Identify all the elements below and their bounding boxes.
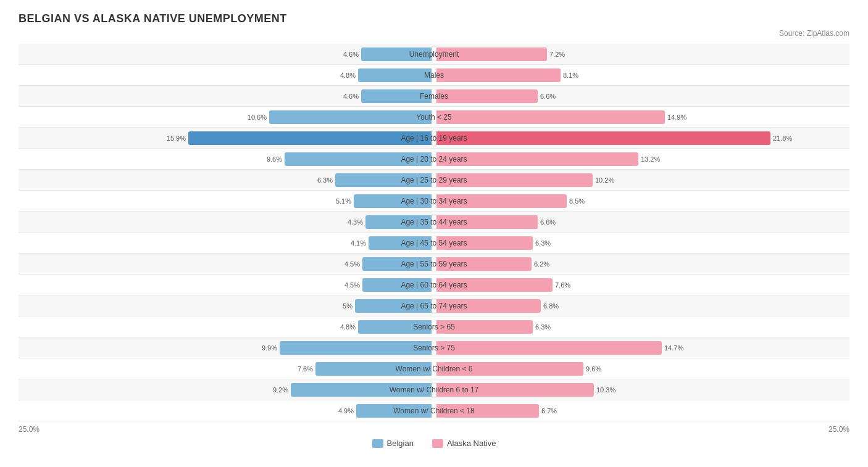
bars-wrapper: 7.6% Women w/ Children < 6 9.6% [19,362,849,376]
bars-wrapper: 4.5% Age | 55 to 59 years 6.2% [19,257,849,271]
bar-pink [436,362,583,376]
left-value: 4.8% [336,72,356,79]
left-value: 4.5% [340,281,360,289]
legend-alaska: Alaska Native [432,439,496,448]
bar-pink [436,89,538,103]
left-value: 6.3% [313,176,333,184]
left-side: 4.1% [19,236,434,250]
left-value: 9.6% [262,155,282,163]
left-value: 4.3% [343,218,363,226]
left-side: 9.9% [19,341,434,355]
left-value: 4.6% [339,51,359,58]
chart-row: 4.3% Age | 35 to 44 years 6.6% [19,212,849,233]
axis-left: 25.0% [19,425,434,434]
bars-wrapper: 4.6% Females 6.6% [19,89,849,103]
chart-row: 4.5% Age | 60 to 64 years 7.6% [19,275,849,295]
right-value: 10.3% [596,386,616,394]
chart-row: 4.6% Unemployment 7.2% [19,44,849,65]
bars-wrapper: 4.9% Women w/ Children < 18 6.7% [19,404,849,418]
chart-row: 5% Age | 65 to 74 years 6.8% [19,295,849,316]
left-value: 9.2% [269,386,288,394]
left-side: 5.1% [19,194,434,208]
left-side: 9.6% [19,152,434,166]
right-side: 21.8% [434,131,849,145]
chart-title: BELGIAN VS ALASKA NATIVE UNEMPLOYMENT [19,12,849,25]
bars-wrapper: 4.5% Age | 60 to 64 years 7.6% [19,278,849,292]
right-value: 6.3% [535,323,555,331]
right-value: 14.9% [667,114,687,121]
bar-blue [362,257,432,271]
chart-row: 4.9% Women w/ Children < 18 6.7% [19,400,849,421]
legend: Belgian Alaska Native [19,439,849,448]
right-side: 14.7% [434,341,849,355]
right-side: 10.3% [434,383,849,397]
legend-alaska-label: Alaska Native [447,439,496,448]
right-value: 10.2% [595,176,615,184]
right-value: 8.5% [569,197,589,205]
right-value: 13.2% [641,155,661,163]
bar-blue [369,236,432,250]
left-value: 4.5% [340,260,360,268]
axis-row: 25.0% 25.0% [19,425,849,434]
left-side: 7.6% [19,362,434,376]
chart-row: 5.1% Age | 30 to 34 years 8.5% [19,191,849,212]
chart-row: 10.6% Youth < 25 14.9% [19,107,849,128]
legend-belgian-box [372,439,383,448]
bars-wrapper: 6.3% Age | 25 to 29 years 10.2% [19,173,849,187]
bar-blue [188,131,432,145]
left-side: 6.3% [19,173,434,187]
bars-wrapper: 4.3% Age | 35 to 44 years 6.6% [19,215,849,229]
right-side: 6.6% [434,89,849,103]
right-value: 7.6% [555,281,575,289]
bar-blue [361,89,432,103]
chart-row: 4.8% Males 8.1% [19,65,849,86]
left-value: 4.6% [339,93,359,100]
left-value: 9.9% [257,344,277,352]
left-side: 4.9% [19,404,434,418]
bar-pink [436,110,665,124]
bar-blue [335,173,432,187]
right-side: 13.2% [434,152,849,166]
chart-row: 9.6% Age | 20 to 24 years 13.2% [19,149,849,170]
bar-blue [358,68,432,82]
axis-right: 25.0% [434,425,849,434]
bar-blue [269,110,432,124]
bars-wrapper: 5.1% Age | 30 to 34 years 8.5% [19,194,849,208]
bars-wrapper: 4.8% Males 8.1% [19,68,849,82]
right-side: 8.5% [434,194,849,208]
left-side: 15.9% [19,131,434,145]
bars-wrapper: 5% Age | 65 to 74 years 6.8% [19,299,849,313]
left-side: 4.8% [19,68,434,82]
bar-blue [285,152,432,166]
left-side: 4.5% [19,278,434,292]
bars-wrapper: 10.6% Youth < 25 14.9% [19,110,849,124]
bars-wrapper: 9.9% Seniors > 75 14.7% [19,341,849,355]
left-value: 10.6% [247,114,267,121]
bars-wrapper: 4.8% Seniors > 65 6.3% [19,320,849,334]
bar-pink [436,152,638,166]
right-side: 8.1% [434,68,849,82]
chart-row: 4.1% Age | 45 to 54 years 6.3% [19,233,849,254]
bar-blue [358,320,432,334]
right-side: 6.2% [434,257,849,271]
right-side: 6.3% [434,236,849,250]
bar-blue [355,299,432,313]
right-side: 6.3% [434,320,849,334]
right-value: 6.7% [541,407,561,415]
bar-blue [362,278,432,292]
bar-pink [436,383,594,397]
bars-wrapper: 9.2% Women w/ Children 6 to 17 10.3% [19,383,849,397]
chart-row: 4.5% Age | 55 to 59 years 6.2% [19,254,849,275]
left-side: 4.8% [19,320,434,334]
left-value: 4.1% [346,239,366,247]
bar-pink [436,68,561,82]
bar-pink [436,278,553,292]
right-side: 9.6% [434,362,849,376]
left-value: 4.8% [336,323,356,331]
left-side: 4.3% [19,215,434,229]
bar-pink [436,404,539,418]
right-value: 21.8% [773,134,793,142]
left-value: 15.9% [166,134,186,142]
left-side: 4.6% [19,48,434,61]
bar-pink [436,299,541,313]
